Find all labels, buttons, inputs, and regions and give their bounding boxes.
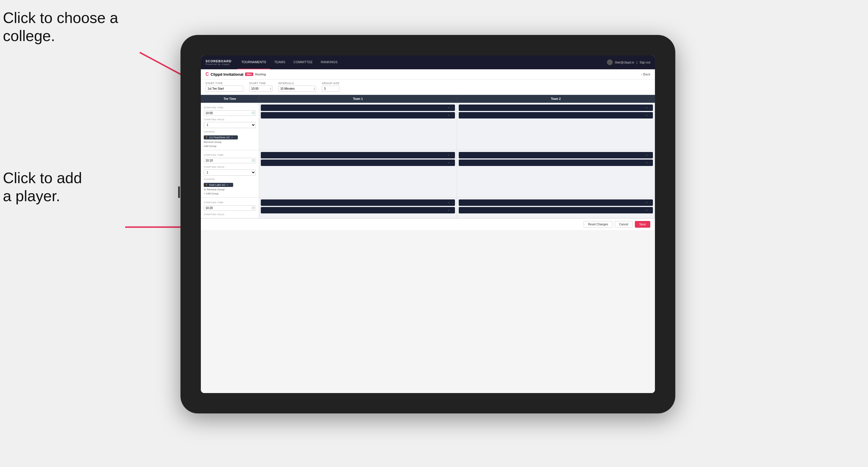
- player-x-icon[interactable]: ✕: [448, 106, 450, 109]
- player-row[interactable]: ✕ ⋮: [261, 112, 455, 119]
- player-row[interactable]: ✕ ⋮: [261, 160, 455, 166]
- player-chevron-icon[interactable]: ⋮: [649, 162, 651, 164]
- player-chevron-icon[interactable]: ⋮: [451, 114, 453, 117]
- start-type-group: Start Type 1st Tee Start: [206, 82, 243, 92]
- player-x-icon[interactable]: ✕: [646, 154, 648, 157]
- group-size-label: Group Size: [322, 82, 339, 85]
- player-x-icon[interactable]: ✕: [646, 201, 648, 204]
- event-name: Clippd Invitational: [211, 72, 244, 76]
- course-label-1: COURSE:: [204, 130, 256, 133]
- add-group-2[interactable]: + Add Group: [204, 192, 256, 195]
- add-group-1[interactable]: Add Group: [204, 145, 256, 148]
- tablet-frame: SCOREBOARD Powered by clippd TOURNAMENTS…: [181, 35, 675, 413]
- player-x-icon[interactable]: ✕: [646, 106, 648, 109]
- course-edit-2[interactable]: ⋮: [229, 184, 232, 186]
- intervals-group: Intervals 10 Minutes ℹ: [278, 82, 316, 92]
- ann2-line2: a player.: [3, 187, 60, 205]
- back-button[interactable]: ‹ Back: [641, 72, 650, 76]
- team1-cell-2: ✕ ⋮ ✕ ⋮: [259, 150, 457, 197]
- course-edit-1[interactable]: ⋮: [234, 136, 236, 139]
- group3-left-panel: STARTING TIME: 🕐 STARTING HOLE:: [201, 198, 259, 218]
- player-chevron-icon[interactable]: ⋮: [649, 209, 651, 212]
- player-chevron-icon[interactable]: ⋮: [451, 154, 453, 157]
- course-tag-2[interactable]: 🏌 East Lake GC ✕ ⋮: [204, 183, 233, 187]
- starting-hole-label-1: STARTING HOLE:: [204, 118, 256, 121]
- player-chevron-icon[interactable]: ⋮: [649, 154, 651, 157]
- player-x-icon[interactable]: ✕: [448, 209, 450, 212]
- breadcrumb-bar: C Clippd Invitational Men Hosting ‹ Back: [201, 69, 655, 80]
- starting-time-label-3: STARTING TIME:: [204, 201, 256, 204]
- course-tag-wrap-2: 🏌 East Lake GC ✕ ⋮: [204, 182, 256, 187]
- player-x-icon[interactable]: ✕: [646, 162, 648, 164]
- player-chevron-icon[interactable]: ⋮: [451, 201, 453, 204]
- nav-right: blair@clippd.io | Sign out: [607, 59, 650, 65]
- starting-hole-select-2[interactable]: 1: [204, 169, 256, 176]
- player-x-icon[interactable]: ✕: [448, 114, 450, 117]
- player-chevron-icon[interactable]: ⋮: [451, 162, 453, 164]
- tab-rankings[interactable]: RANKINGS: [317, 55, 341, 69]
- start-time-label: Start Time: [249, 82, 273, 85]
- reset-changes-button[interactable]: Reset Changes: [584, 221, 613, 228]
- col-team2: Team 2: [457, 95, 655, 103]
- player-x-icon[interactable]: ✕: [448, 154, 450, 157]
- starting-time-input-2[interactable]: [204, 158, 256, 163]
- course-label-2: COURSE:: [204, 178, 256, 181]
- player-x-icon[interactable]: ✕: [646, 114, 648, 117]
- cancel-button[interactable]: Cancel: [615, 221, 632, 228]
- nav-tabs: TOURNAMENTS TEAMS COMMITTEE RANKINGS: [237, 55, 607, 69]
- tab-tournaments[interactable]: TOURNAMENTS: [237, 55, 270, 69]
- nav-bar: SCOREBOARD Powered by clippd TOURNAMENTS…: [201, 55, 655, 69]
- starting-time-input-3[interactable]: [204, 205, 256, 211]
- player-chevron-icon[interactable]: ⋮: [451, 209, 453, 212]
- player-chevron-icon[interactable]: ⋮: [451, 106, 453, 109]
- player-x-icon[interactable]: ✕: [448, 201, 450, 204]
- team2-cell-2: ✕ ⋮ ✕ ⋮: [457, 150, 655, 197]
- schedule-rows: STARTING TIME: 🕐 STARTING HOLE: 1 COURSE…: [201, 103, 655, 218]
- save-button[interactable]: Save: [635, 221, 650, 228]
- start-time-input[interactable]: [249, 86, 273, 92]
- remove-group-1[interactable]: Remove Group: [204, 141, 256, 144]
- tab-committee[interactable]: COMMITTEE: [289, 55, 317, 69]
- col-tee-time: Tee Time: [201, 95, 259, 103]
- player-chevron-icon[interactable]: ⋮: [649, 201, 651, 204]
- group-size-select[interactable]: 3: [322, 86, 339, 92]
- starting-hole-select-1[interactable]: 1: [204, 122, 256, 128]
- event-gender-tag: Men: [245, 72, 253, 76]
- player-row[interactable]: ✕ ⋮: [261, 199, 455, 206]
- team1-cell-1: ✕ ⋮ ✕ ⋮: [259, 103, 457, 150]
- ann2-line1: Click to add: [3, 169, 82, 186]
- player-row[interactable]: ✕ ⋮: [459, 199, 653, 206]
- group1-left-panel: STARTING TIME: 🕐 STARTING HOLE: 1 COURSE…: [201, 103, 259, 150]
- nav-logo-text: SCOREBOARD: [206, 59, 231, 63]
- player-chevron-icon[interactable]: ⋮: [649, 114, 651, 117]
- course-remove-2[interactable]: ✕: [226, 184, 228, 186]
- player-row[interactable]: ✕ ⋮: [261, 152, 455, 158]
- hosting-label: Hosting: [255, 73, 266, 76]
- player-chevron-icon[interactable]: ⋮: [649, 106, 651, 109]
- settings-row: Start Type 1st Tee Start Start Time ℹ In…: [201, 80, 655, 95]
- ann1-line2: college.: [3, 27, 55, 44]
- player-row[interactable]: ✕ ⋮: [459, 152, 653, 158]
- tab-teams[interactable]: TEAMS: [270, 55, 289, 69]
- starting-time-label-1: STARTING TIME:: [204, 106, 256, 109]
- course-remove-1[interactable]: ✕: [231, 136, 233, 139]
- clock-icon-3: 🕐: [251, 207, 255, 209]
- group-size-group: Group Size 3: [322, 82, 339, 92]
- player-row[interactable]: ✕ ⋮: [459, 104, 653, 111]
- player-row[interactable]: ✕ ⋮: [261, 104, 455, 111]
- remove-group-2[interactable]: ⊖ Remove Group: [204, 188, 256, 191]
- player-row[interactable]: ✕ ⋮: [261, 207, 455, 213]
- clock-icon-1: 🕐: [251, 112, 255, 115]
- annotation-add-player: Click to add a player.: [3, 169, 82, 205]
- sign-out-link[interactable]: Sign out: [640, 61, 650, 64]
- player-x-icon[interactable]: ✕: [646, 209, 648, 212]
- start-type-select[interactable]: 1st Tee Start: [206, 86, 243, 92]
- player-row[interactable]: ✕ ⋮: [459, 112, 653, 119]
- player-row[interactable]: ✕ ⋮: [459, 160, 653, 166]
- starting-time-input-1[interactable]: [204, 110, 256, 116]
- course-tag-1[interactable]: 🏌 (A) Peachtree GC ✕ ⋮: [204, 135, 238, 139]
- player-x-icon[interactable]: ✕: [448, 162, 450, 164]
- ann1-line1: Click to choose a: [3, 9, 118, 26]
- intervals-select[interactable]: 10 Minutes: [278, 86, 316, 92]
- player-row[interactable]: ✕ ⋮: [459, 207, 653, 213]
